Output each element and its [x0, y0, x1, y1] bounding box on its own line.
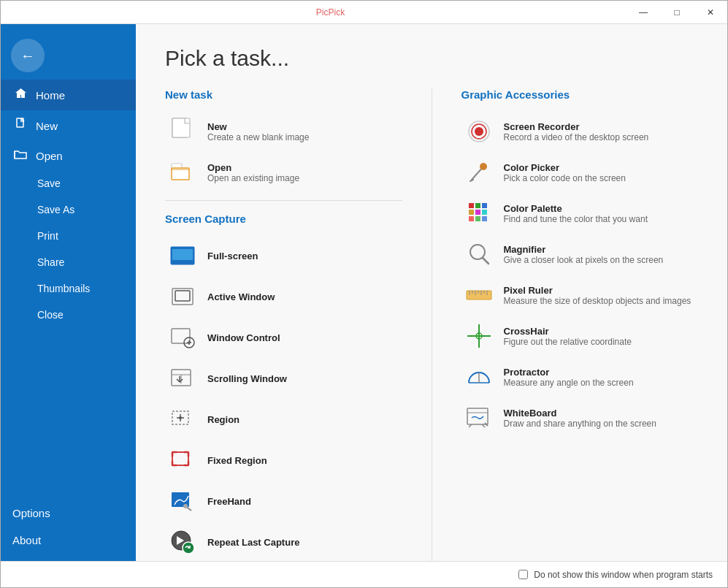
task-whiteboard-icon: [464, 403, 494, 432]
sidebar-item-home[interactable]: Home: [1, 80, 136, 110]
task-fullscreen[interactable]: Full-screen: [165, 235, 402, 276]
close-button[interactable]: ✕: [694, 1, 727, 24]
sidebar-label-home: Home: [36, 89, 65, 102]
svg-point-23: [179, 416, 182, 419]
sidebar-item-new[interactable]: New: [1, 110, 136, 141]
svg-line-54: [483, 258, 488, 264]
svg-rect-11: [175, 291, 190, 301]
task-scrolling-window[interactable]: Scrolling Window: [165, 358, 402, 399]
task-pixel-ruler-icon: [464, 280, 494, 310]
task-crosshair-desc: Figure out the relative coordinate: [504, 337, 632, 347]
task-fixed-region-text: Fixed Region: [207, 455, 267, 466]
task-whiteboard[interactable]: WhiteBoard Draw and share anything on th…: [461, 397, 699, 438]
task-protractor-text: Protractor Measure any angle on the scre…: [504, 367, 634, 388]
sidebar-label-print: Print: [37, 230, 58, 242]
task-active-window-icon: [168, 282, 197, 311]
no-show-checkbox[interactable]: [518, 570, 528, 579]
task-whiteboard-name: WhiteBoard: [504, 408, 656, 419]
task-fixed-region[interactable]: Fixed Region: [165, 440, 402, 481]
task-crosshair[interactable]: CrossHair Figure out the relative coordi…: [461, 316, 699, 356]
maximize-button[interactable]: □: [660, 1, 694, 24]
task-open[interactable]: Open Open an existing image: [165, 152, 402, 193]
task-whiteboard-text: WhiteBoard Draw and share anything on th…: [504, 408, 656, 429]
task-pixel-ruler[interactable]: Pixel Ruler Measure the size of desktop …: [461, 275, 699, 316]
new-file-icon: [12, 118, 28, 134]
task-protractor-name: Protractor: [504, 367, 634, 378]
task-magnifier[interactable]: Magnifier Give a closer look at pixels o…: [461, 234, 699, 275]
svg-rect-45: [475, 203, 480, 208]
task-active-window-name: Active Window: [207, 291, 275, 302]
task-open-icon: [168, 158, 197, 187]
sidebar-label-about: About: [12, 534, 41, 546]
sidebar-item-open[interactable]: Open: [1, 141, 136, 170]
task-freehand[interactable]: FreeHand: [165, 481, 402, 522]
new-task-section-title: New task: [165, 88, 402, 101]
task-freehand-icon: [168, 486, 197, 516]
task-scrolling-window-icon: [168, 364, 197, 393]
task-fixed-region-name: Fixed Region: [207, 455, 267, 466]
svg-rect-44: [469, 203, 474, 208]
sidebar-item-thumbnails[interactable]: Thumbnails: [1, 275, 136, 302]
task-pixel-ruler-desc: Measure the size of desktop objects and …: [504, 296, 691, 306]
task-new-desc: Create a new blank image: [207, 132, 309, 142]
task-color-picker[interactable]: Color Picker Pick a color code on the sc…: [461, 152, 699, 193]
task-new-text: New Create a new blank image: [207, 121, 309, 142]
task-magnifier-desc: Give a closer look at pixels on the scre…: [504, 255, 664, 265]
task-color-palette-name: Color Palette: [504, 203, 648, 214]
sidebar-item-options[interactable]: Options: [1, 500, 136, 527]
svg-point-35: [183, 504, 188, 508]
task-color-palette-text: Color Palette Find and tune the color th…: [504, 203, 648, 224]
open-folder-icon: [12, 148, 28, 163]
sidebar-item-save-as[interactable]: Save As: [1, 196, 136, 223]
task-new[interactable]: New Create a new blank image: [165, 111, 402, 152]
back-button[interactable]: ←: [11, 39, 45, 72]
left-column: New task: [165, 88, 432, 561]
task-repeat-last[interactable]: Repeat Last Capture: [165, 522, 402, 561]
svg-rect-8: [172, 249, 193, 261]
task-freehand-text: FreeHand: [207, 496, 251, 507]
sidebar-item-print[interactable]: Print: [1, 223, 136, 249]
title-bar: PicPick — □ ✕: [1, 1, 727, 24]
task-active-window[interactable]: Active Window: [165, 276, 402, 317]
task-magnifier-name: Magnifier: [504, 244, 664, 255]
task-magnifier-text: Magnifier Give a closer look at pixels o…: [504, 244, 664, 265]
task-new-icon: [168, 117, 197, 146]
sidebar-item-about[interactable]: About: [1, 527, 136, 554]
sidebar-item-share[interactable]: Share: [1, 249, 136, 275]
task-color-picker-icon: [464, 158, 494, 187]
app-title: PicPick: [34, 7, 627, 18]
no-show-label: Do not show this window when program sta…: [534, 570, 713, 580]
svg-rect-12: [172, 329, 190, 343]
content-columns: New task: [165, 88, 698, 561]
svg-rect-68: [467, 408, 488, 424]
task-screen-recorder-text: Screen Recorder Record a video of the de…: [504, 121, 649, 142]
task-crosshair-name: CrossHair: [504, 326, 632, 337]
task-screen-recorder[interactable]: Screen Recorder Record a video of the de…: [461, 111, 699, 152]
sidebar-label-close: Close: [37, 309, 64, 321]
task-new-name: New: [207, 121, 309, 132]
task-crosshair-text: CrossHair Figure out the relative coordi…: [504, 326, 632, 347]
task-fixed-region-icon: [168, 446, 197, 475]
task-region[interactable]: Region: [165, 399, 402, 440]
svg-rect-49: [482, 210, 487, 215]
task-color-picker-text: Color Picker Pick a color code on the sc…: [504, 162, 626, 183]
sidebar-label-new: New: [36, 120, 58, 132]
task-region-name: Region: [207, 414, 240, 425]
sidebar-item-close[interactable]: Close: [1, 302, 136, 328]
task-protractor[interactable]: Protractor Measure any angle on the scre…: [461, 356, 699, 397]
task-fullscreen-icon: [168, 241, 197, 270]
sidebar-label-save: Save: [37, 177, 61, 189]
svg-rect-51: [475, 216, 480, 221]
task-color-palette[interactable]: Color Palette Find and tune the color th…: [461, 193, 699, 234]
minimize-button[interactable]: —: [627, 1, 660, 24]
task-freehand-name: FreeHand: [207, 496, 251, 507]
page-title: Pick a task...: [165, 46, 698, 71]
task-window-control[interactable]: Window Control: [165, 317, 402, 358]
right-column: Graphic Accessories Screen Recorder: [432, 88, 699, 561]
svg-point-42: [480, 163, 487, 170]
task-open-name: Open: [207, 162, 299, 173]
sidebar-label-save-as: Save As: [37, 204, 74, 215]
section-divider: [165, 200, 402, 201]
sidebar-item-save[interactable]: Save: [1, 170, 136, 196]
main-area: ← Home New Open: [1, 24, 727, 561]
